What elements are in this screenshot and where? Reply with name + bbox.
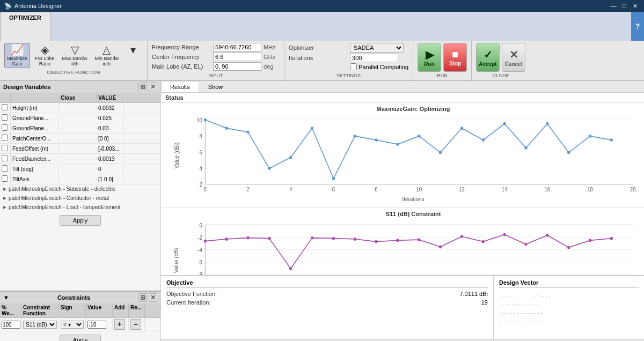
design-vector-panel: Design Vector . . . . . . . . - . . . . … bbox=[494, 276, 644, 339]
constraint-weight-input[interactable] bbox=[2, 321, 20, 329]
constraint-sign-select[interactable]: < ▾ > ▾ bbox=[61, 321, 84, 329]
objective-title: Objective bbox=[166, 279, 488, 288]
tab-optimizer[interactable]: OPTIMIZER bbox=[0, 12, 50, 41]
patchcenter-checkbox[interactable] bbox=[2, 135, 8, 141]
constraints-title: Constraints bbox=[57, 294, 90, 301]
fb-lobe-icon: ◈ bbox=[41, 45, 49, 55]
main-lobe-input[interactable] bbox=[213, 62, 261, 71]
groundplane2-checkbox[interactable] bbox=[2, 124, 8, 131]
col-value: VALUE bbox=[97, 94, 123, 101]
constraint-row: S11 (dB) < ▾ > ▾ + − bbox=[0, 318, 160, 331]
max-bandwidth-button[interactable]: ▽ Max Bandwidth bbox=[60, 43, 90, 68]
patchcenter-value: [0 0] bbox=[97, 135, 123, 143]
maximize-gain-label: MaximizeGain bbox=[7, 56, 27, 66]
design-variables-table: Close VALUE Height (m) 0.0032 GroundPlan… bbox=[0, 93, 160, 291]
objective-function-row: Objective Function: 7.0111 dBi bbox=[166, 291, 488, 297]
svg-point-37 bbox=[503, 122, 506, 125]
tilt-checkbox[interactable] bbox=[2, 165, 8, 172]
main-lobe-row: Main Lobe (AZ, EL) deg bbox=[152, 62, 280, 71]
svg-point-83 bbox=[524, 243, 527, 246]
maximize-gain-button[interactable]: 📈 MaximizeGain bbox=[4, 43, 30, 68]
left-panel: Design Variables ⊞ ✕ Close VALUE Height … bbox=[0, 81, 161, 341]
design-variables-title: Design Variables bbox=[3, 84, 50, 90]
svg-point-85 bbox=[567, 246, 570, 249]
iterations-label: Iterations bbox=[289, 55, 348, 61]
svg-text:0: 0 bbox=[204, 187, 207, 192]
svg-text:8: 8 bbox=[375, 187, 378, 192]
accept-button[interactable]: ✓ Accept bbox=[476, 43, 500, 72]
constraint-function-select[interactable]: S11 (dB) bbox=[23, 321, 57, 329]
feedoffset-name: FeedOffset (m) bbox=[11, 145, 59, 153]
results-tabs: Results Show bbox=[161, 81, 644, 93]
group-load[interactable]: patchMicrostripEnotch - Load - lumpedEle… bbox=[0, 203, 160, 212]
svg-point-42 bbox=[610, 138, 613, 142]
svg-text:14: 14 bbox=[502, 187, 508, 192]
constraints-expand-button[interactable]: ⊞ bbox=[138, 293, 147, 302]
ct-add: Add bbox=[113, 303, 129, 317]
minimize-button[interactable]: — bbox=[609, 1, 618, 11]
parallel-computing-checkbox[interactable] bbox=[350, 63, 357, 70]
constraint-value-input[interactable] bbox=[87, 321, 106, 329]
fb-lobe-ratio-button[interactable]: ◈ F/B LobeRatio bbox=[32, 43, 57, 68]
panel-expand-button[interactable]: ⊞ bbox=[138, 83, 147, 91]
chart-maximize-gain: Value (dBi) MaximizeGain: Optimizing 10 … bbox=[161, 103, 644, 208]
chart1-title: MaximizeGain: Optimizing bbox=[188, 106, 639, 112]
design-variables-apply-button[interactable]: Apply bbox=[60, 215, 101, 226]
run-label: Run bbox=[424, 61, 434, 67]
height-checkbox[interactable] bbox=[2, 104, 8, 110]
input-rows: Frequency Range MHz Center Frequency GHz… bbox=[152, 43, 280, 71]
svg-point-38 bbox=[524, 146, 527, 150]
maximize-button[interactable]: □ bbox=[619, 1, 629, 11]
svg-text:6: 6 bbox=[200, 150, 203, 155]
constraints-apply-button[interactable]: Apply bbox=[60, 335, 101, 341]
feeddiameter-checkbox[interactable] bbox=[2, 155, 8, 161]
table-row: TiltAxis [1 0 0] bbox=[0, 174, 160, 184]
svg-point-32 bbox=[396, 143, 399, 146]
feedoffset-checkbox[interactable] bbox=[2, 145, 8, 151]
group-conductor[interactable]: patchMicrostripEnotch - Conductor - meta… bbox=[0, 194, 160, 203]
height-value: 0.0032 bbox=[97, 104, 123, 112]
frequency-range-input[interactable] bbox=[213, 43, 261, 51]
stop-label: Stop bbox=[449, 61, 461, 66]
svg-point-34 bbox=[439, 151, 442, 154]
tiltaxis-value: [1 0 0] bbox=[97, 175, 123, 183]
feeddiameter-name: FeedDiameter... bbox=[11, 155, 59, 163]
tab-results[interactable]: Results bbox=[161, 81, 199, 92]
ct-remove: Re... bbox=[129, 303, 145, 317]
panel-close-button[interactable]: ✕ bbox=[149, 83, 157, 91]
chart2-title: S11 (dB) Constraint bbox=[188, 211, 639, 217]
optimizer-select[interactable]: SADEA GA PSO bbox=[350, 43, 404, 53]
objective-function-label: Objective Function: bbox=[166, 291, 217, 297]
center-frequency-input[interactable] bbox=[213, 53, 261, 61]
col-name bbox=[11, 94, 59, 101]
constraints-close-button[interactable]: ✕ bbox=[149, 293, 157, 302]
max-bw-icon: ▽ bbox=[71, 45, 79, 55]
tab-show[interactable]: Show bbox=[199, 81, 232, 92]
groundplane1-checkbox[interactable] bbox=[2, 114, 8, 121]
parallel-computing-text: Parallel Computing bbox=[358, 64, 408, 70]
tiltaxis-checkbox[interactable] bbox=[2, 175, 8, 182]
current-iteration-row: Current Iteration: 19 bbox=[166, 299, 488, 306]
stop-button[interactable]: ■ Stop bbox=[443, 43, 467, 72]
more-objectives-button[interactable]: ▾ bbox=[123, 43, 143, 68]
stop-icon: ■ bbox=[452, 48, 458, 61]
constraint-remove-button[interactable]: − bbox=[130, 319, 141, 330]
svg-point-75 bbox=[354, 238, 356, 241]
svg-point-78 bbox=[418, 238, 420, 241]
svg-point-71 bbox=[268, 237, 270, 240]
svg-point-68 bbox=[204, 240, 207, 243]
svg-text:0: 0 bbox=[200, 223, 203, 228]
min-bandwidth-button[interactable]: △ Min Bandwidth bbox=[92, 43, 122, 68]
close-button[interactable]: ✕ bbox=[630, 1, 640, 11]
group-substrate[interactable]: patchMicrostripEnotch - Substrate - diel… bbox=[0, 184, 160, 194]
iterations-input[interactable] bbox=[350, 54, 398, 62]
run-button[interactable]: ▶ Run bbox=[418, 43, 441, 72]
cancel-button[interactable]: ✕ Cancel bbox=[502, 43, 525, 72]
constraint-add-button[interactable]: + bbox=[114, 319, 125, 330]
app-icon: 📡 bbox=[4, 3, 12, 10]
help-button[interactable]: ? bbox=[631, 12, 644, 41]
settings-group: Optimizer SADEA GA PSO Iterations Para bbox=[284, 41, 413, 80]
tilt-name: Tilt (deg) bbox=[11, 165, 59, 173]
svg-text:2: 2 bbox=[200, 182, 203, 188]
table-row: GroundPlane... 0.03 bbox=[0, 123, 160, 134]
